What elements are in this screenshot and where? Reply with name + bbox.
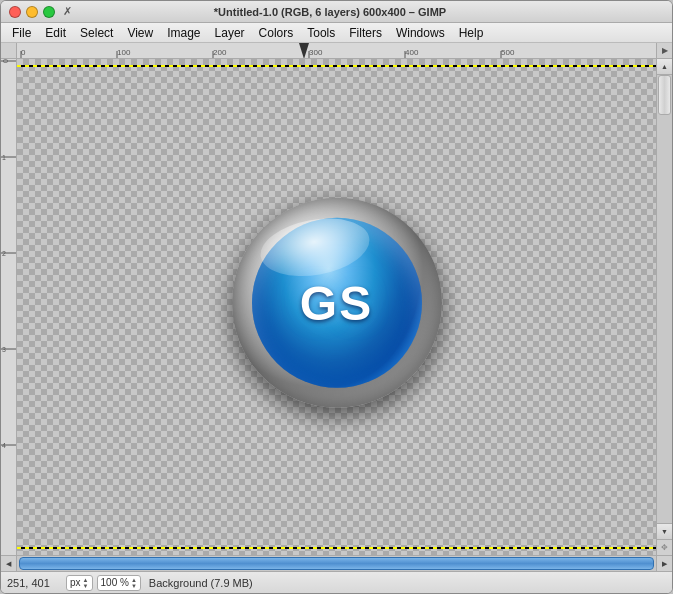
status-zoom-label: 100 % bbox=[101, 577, 129, 588]
menu-colors[interactable]: Colors bbox=[252, 24, 301, 42]
scrollbar-v-up[interactable]: ▲ bbox=[657, 59, 672, 75]
menu-filters[interactable]: Filters bbox=[342, 24, 389, 42]
status-zoom-arrows[interactable]: ▲ ▼ bbox=[131, 577, 137, 589]
menu-layer[interactable]: Layer bbox=[208, 24, 252, 42]
svg-marker-6 bbox=[299, 43, 309, 59]
scrollbar-h-track[interactable] bbox=[17, 556, 656, 571]
gs-inner-circle: GS bbox=[252, 218, 422, 388]
v-tick-0: 0 bbox=[2, 59, 9, 63]
ruler-vertical: 0 1 2 3 4 bbox=[1, 59, 17, 555]
ruler-scroll-right[interactable]: ▶ bbox=[656, 43, 672, 59]
status-unit-down[interactable]: ▼ bbox=[83, 583, 89, 589]
menu-edit[interactable]: Edit bbox=[38, 24, 73, 42]
menu-tools[interactable]: Tools bbox=[300, 24, 342, 42]
menu-select[interactable]: Select bbox=[73, 24, 120, 42]
menubar: File Edit Select View Image Layer Colors… bbox=[1, 23, 672, 43]
selection-marquee-bottom bbox=[17, 547, 656, 549]
gimp-window: ✗ *Untitled-1.0 (RGB, 6 layers) 600x400 … bbox=[0, 0, 673, 594]
ruler-horizontal: 0 100 200 300 400 500 bbox=[17, 43, 656, 59]
menu-help[interactable]: Help bbox=[452, 24, 491, 42]
menu-file[interactable]: File bbox=[5, 24, 38, 42]
v-tick-3: 3 bbox=[2, 346, 6, 353]
titlebar: ✗ *Untitled-1.0 (RGB, 6 layers) 600x400 … bbox=[1, 1, 672, 23]
ruler-ticks-svg bbox=[17, 51, 656, 59]
menu-view[interactable]: View bbox=[120, 24, 160, 42]
status-unit-label: px bbox=[70, 577, 81, 588]
status-info: Background (7.9 MB) bbox=[149, 577, 253, 589]
status-zoom-selector[interactable]: 100 % ▲ ▼ bbox=[97, 575, 141, 591]
ruler-corner-tl bbox=[1, 43, 17, 59]
scrollbar-v-thumb[interactable] bbox=[658, 75, 671, 115]
canvas-wrapper: GS ▲ ▼ ✥ bbox=[17, 59, 672, 555]
status-zoom-down[interactable]: ▼ bbox=[131, 583, 137, 589]
statusbar: 251, 401 px ▲ ▼ 100 % ▲ ▼ Background (7.… bbox=[1, 571, 672, 593]
main-area: 0 1 2 3 4 GS bbox=[1, 59, 672, 555]
scrollbar-h-thumb[interactable] bbox=[19, 557, 654, 570]
menu-windows[interactable]: Windows bbox=[389, 24, 452, 42]
ruler-v-svg bbox=[1, 59, 17, 555]
gs-button: GS bbox=[232, 198, 442, 408]
corner-resize[interactable]: ✥ bbox=[656, 539, 672, 555]
v-tick-1: 1 bbox=[2, 154, 6, 161]
v-tick-4: 4 bbox=[2, 442, 6, 449]
status-coordinates: 251, 401 bbox=[7, 577, 62, 589]
v-tick-2: 2 bbox=[2, 250, 6, 257]
scrollbar-v-track[interactable] bbox=[657, 75, 672, 523]
gs-label: GS bbox=[300, 275, 373, 330]
ruler-row-top: 0 100 200 300 400 500 bbox=[1, 43, 672, 59]
menu-image[interactable]: Image bbox=[160, 24, 207, 42]
scrollbar-vertical[interactable]: ▲ ▼ bbox=[656, 59, 672, 539]
scrollbar-horizontal-row: ◀ ▶ bbox=[1, 555, 672, 571]
gs-button-container: GS bbox=[232, 198, 442, 408]
ruler-indicator bbox=[299, 43, 309, 59]
scrollbar-h-right[interactable]: ▶ bbox=[656, 556, 672, 572]
scrollbar-v-down[interactable]: ▼ bbox=[657, 523, 672, 539]
selection-marquee-top bbox=[17, 65, 656, 67]
window-title: *Untitled-1.0 (RGB, 6 layers) 600x400 – … bbox=[0, 6, 664, 18]
status-unit-selector[interactable]: px ▲ ▼ bbox=[66, 575, 93, 591]
status-unit-arrows[interactable]: ▲ ▼ bbox=[83, 577, 89, 589]
canvas-area[interactable]: GS bbox=[17, 59, 656, 555]
scrollbar-h-left[interactable]: ◀ bbox=[1, 556, 17, 572]
